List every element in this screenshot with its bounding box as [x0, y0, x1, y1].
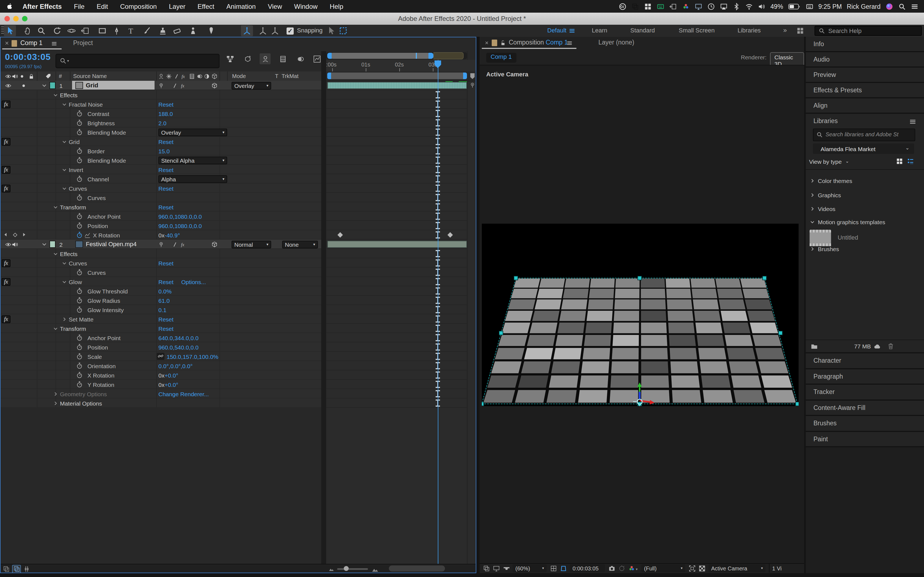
navigator-start-handle[interactable] — [327, 53, 332, 59]
mask-visibility-icon[interactable] — [560, 565, 567, 572]
puppet-pin-tool[interactable] — [207, 26, 216, 35]
parent-pickwhip-icon[interactable] — [158, 82, 165, 89]
layer-label-swatch[interactable] — [50, 241, 55, 248]
property-row[interactable]: Effects — [0, 249, 321, 258]
view-dropdown[interactable]: Active Camera▾ — [708, 564, 766, 572]
stopwatch-icon[interactable] — [76, 297, 83, 304]
panel-audio[interactable]: Audio — [806, 52, 924, 68]
stopwatch-icon[interactable] — [76, 194, 83, 201]
time-ruler[interactable]: :00s01s02s03s — [326, 60, 476, 72]
pan-behind-tool[interactable] — [81, 26, 90, 35]
comp-breadcrumb-button[interactable]: Comp 1 — [486, 53, 516, 63]
value-text[interactable]: 960.0,540.0,0.0 — [158, 344, 199, 350]
menu-animation[interactable]: Animation — [220, 2, 262, 10]
property-value[interactable]: 0x+0.0° — [158, 381, 178, 388]
roto-brush-tool[interactable] — [189, 26, 197, 35]
property-row[interactable]: X Rotation0x-40.9° — [0, 230, 321, 240]
draft-3d-icon[interactable] — [243, 55, 252, 63]
stopwatch-icon[interactable] — [76, 371, 83, 378]
library-tree-item-graphics[interactable]: Graphics — [806, 191, 924, 201]
stopwatch-icon[interactable] — [76, 119, 83, 126]
time-navigator-bar[interactable] — [331, 53, 430, 59]
selection-handle[interactable] — [638, 276, 641, 280]
property-row[interactable]: Material Options — [0, 398, 321, 408]
value-text[interactable]: 15.0 — [158, 148, 170, 154]
workspace-tab-standard[interactable]: Standard — [630, 27, 655, 34]
library-selector-dropdown[interactable]: Alameda Flea Market⌄ — [813, 143, 914, 154]
blend-mode-dropdown[interactable]: Normal▾ — [231, 240, 271, 248]
selection-tool[interactable] — [5, 26, 14, 35]
property-label[interactable]: Border — [87, 148, 105, 154]
layer-video-icon[interactable] — [5, 82, 11, 89]
show-snapshot-icon[interactable] — [618, 565, 625, 572]
reset-link[interactable]: Reset — [158, 185, 173, 192]
siri-icon[interactable] — [885, 2, 893, 10]
tab-project[interactable]: Project — [73, 40, 93, 46]
panel-info-title[interactable]: Info — [813, 41, 824, 47]
rectangle-tool[interactable] — [98, 26, 107, 35]
menu-composition[interactable]: Composition — [114, 2, 163, 10]
workspace-tab-default[interactable]: Default — [547, 27, 567, 34]
stopwatch-icon[interactable] — [76, 231, 83, 238]
reset-link[interactable]: Reset — [158, 138, 173, 145]
value-text[interactable]: Change Renderer... — [158, 390, 209, 397]
value-text[interactable]: Reset — [158, 166, 173, 173]
display-icon[interactable] — [695, 2, 702, 10]
stopwatch-icon[interactable] — [76, 334, 83, 341]
property-label[interactable]: Contrast — [87, 110, 109, 117]
mode-column-header[interactable]: Mode — [232, 73, 246, 79]
value-text[interactable]: 960.0,1080.0,0.0 — [158, 213, 202, 219]
property-row[interactable]: fxSet MatteReset — [0, 314, 321, 324]
menu-file[interactable]: File — [68, 2, 91, 10]
property-label[interactable]: Blending Mode — [87, 157, 126, 163]
3d-layer-switch[interactable] — [211, 241, 218, 248]
libraries-search-box[interactable]: Search libraries and Adobe St — [813, 129, 915, 141]
world-axis-button[interactable] — [258, 26, 267, 35]
property-row[interactable]: Effects — [0, 90, 321, 100]
work-area-end-handle[interactable] — [463, 73, 467, 79]
navigator-end-handle[interactable] — [428, 53, 433, 59]
property-row[interactable]: Blending ModeOverlay▾ — [0, 127, 321, 137]
reset-link[interactable]: Reset — [158, 259, 173, 266]
value-text[interactable]: +0.0° — [165, 372, 178, 378]
close-tab-icon[interactable] — [4, 40, 10, 46]
reset-link[interactable]: ResetOptions... — [158, 278, 206, 285]
menu-window[interactable]: Window — [288, 2, 324, 10]
stopwatch-icon[interactable] — [76, 287, 83, 294]
workspace-tab-libraries[interactable]: Libraries — [738, 27, 761, 34]
property-label[interactable]: Y Rotation — [87, 381, 115, 388]
value-text[interactable]: 188.0 — [158, 110, 173, 117]
panel-content-aware-fill-3[interactable]: Content-Aware Fill — [806, 400, 924, 416]
stopwatch-icon[interactable] — [76, 110, 83, 117]
resolution-dropdown[interactable]: (Full)▾ — [641, 564, 685, 572]
snapshot-icon[interactable] — [608, 565, 615, 572]
spotlight-icon[interactable] — [898, 2, 906, 10]
quality-switch[interactable] — [171, 82, 178, 89]
property-value[interactable]: 15.0 — [158, 148, 170, 154]
property-row[interactable]: Brightness2.0 — [0, 118, 321, 127]
property-label[interactable]: Orientation — [87, 363, 116, 369]
property-label[interactable]: Position — [87, 344, 108, 350]
library-tree-item-brushes[interactable]: Brushes — [806, 245, 924, 255]
reset-link[interactable]: Reset — [158, 316, 173, 322]
property-row[interactable]: Position960.0,540.0,0.0 — [0, 342, 321, 352]
channels-icon[interactable] — [628, 565, 635, 572]
value-text[interactable]: +0.0° — [165, 381, 178, 388]
workspace-tab-small-screen[interactable]: Small Screen — [679, 27, 715, 34]
value-text[interactable]: 0.0°,0.0°,0.0° — [158, 363, 192, 369]
menu-help[interactable]: Help — [324, 2, 349, 10]
panel-align-title[interactable]: Align — [813, 102, 827, 109]
reset-link[interactable]: Reset — [158, 325, 173, 332]
twirl-open-chevron[interactable] — [61, 167, 67, 172]
tab-layer[interactable]: Layer (none) — [598, 39, 634, 46]
property-label[interactable]: Glow Threshold — [87, 288, 128, 294]
panel-preview-title[interactable]: Preview — [813, 71, 836, 78]
stopwatch-icon[interactable] — [76, 343, 83, 350]
stopwatch-icon[interactable] — [76, 128, 83, 135]
twirl-open-chevron[interactable] — [61, 279, 67, 284]
tab-composition-comp1[interactable]: Composition Comp 1 — [509, 39, 568, 46]
fx-switch[interactable]: fx — [180, 241, 187, 248]
snapping-label[interactable]: Snapping — [297, 27, 323, 34]
panel-info[interactable]: Info — [806, 37, 924, 52]
property-row[interactable]: Anchor Point960.0,1080.0,0.0 — [0, 211, 321, 221]
